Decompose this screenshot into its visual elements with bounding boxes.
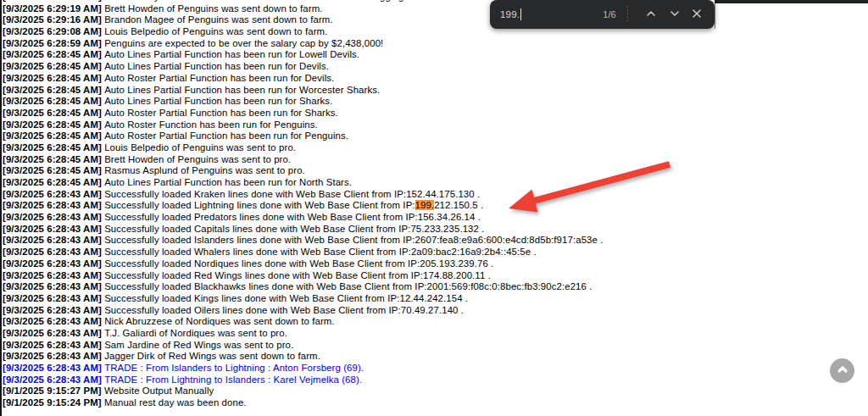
log-line: [9/3/2025 6:29:16 AM] Brandon Magee of P…: [3, 14, 863, 26]
log-timestamp: [9/3/2025 6:28:45 AM]: [3, 177, 104, 187]
log-message: TRADE : From Islanders to Lightning : An…: [104, 363, 364, 373]
log-message: 212.150.5 .: [434, 200, 483, 210]
log-message: Louis Belpedio of Penguins was sent to p…: [104, 142, 296, 153]
log-line: [9/3/2025 6:28:45 AM] Rasmus Asplund of …: [3, 165, 863, 177]
find-match-count: 1/6: [592, 0, 627, 29]
log-line: [9/3/2025 6:28:43 AM] Successfully loade…: [3, 258, 863, 270]
log-timestamp: [9/3/2025 6:28:45 AM]: [3, 165, 104, 175]
log-timestamp: [9/3/2025 6:28:45 AM]: [3, 130, 104, 141]
log-line: [9/3/2025 6:28:43 AM] T.J. Galiardi of N…: [3, 328, 863, 340]
log-timestamp: [9/3/2025 6:28:43 AM]: [3, 374, 104, 385]
log-line: [9/3/2025 6:28:43 AM] Nick Abruzzese of …: [3, 316, 863, 328]
log-message: Penguins are expected to be over the sal…: [104, 38, 383, 48]
log-message: Successfully loaded Red Wings lines done…: [104, 270, 491, 280]
find-close-button[interactable]: [687, 4, 707, 25]
chevron-down-icon: [670, 7, 680, 22]
log-line: [9/3/2025 6:28:45 AM] Louis Belpedio of …: [3, 142, 863, 154]
log-message: Auto Lines Partial Function has been run…: [104, 49, 359, 59]
log-message: Sam Jardine of Red Wings was sent to pro…: [104, 340, 293, 350]
log-line: [9/3/2025 6:29:19 AM] Brett Howden of Pe…: [3, 3, 863, 15]
log-timestamp: [9/3/2025 6:29:08 AM]: [3, 26, 104, 36]
log-message: Successfully loaded Predators lines done…: [104, 212, 481, 222]
log-message: Auto Roster Function has been run for Pe…: [104, 119, 318, 130]
log-timestamp: [9/3/2025 6:28:43 AM]: [3, 270, 104, 280]
log-line: [9/1/2025 9:15:24 PM] Manual rest day wa…: [3, 397, 863, 409]
log-line: [9/3/2025 6:28:43 AM] TRADE : From Light…: [3, 374, 863, 386]
log-message: Auto Roster Partial Function has been ru…: [104, 108, 338, 118]
log-line: [9/3/2025 6:28:43 AM] Successfully loade…: [3, 224, 863, 236]
find-input[interactable]: 199.: [500, 0, 600, 29]
page-left-border: [0, 0, 2, 416]
log-line: [9/3/2025 6:28:43 AM] Successfully loade…: [3, 270, 863, 282]
log-line: [9/3/2025 6:28:43 AM] Successfully loade…: [3, 189, 863, 201]
log-timestamp: [9/3/2025 6:28:45 AM]: [3, 119, 104, 130]
log-message: Auto Lines Partial Function has been run…: [104, 61, 329, 71]
log-message: TRADE : From Lightning to Islanders : Ka…: [104, 374, 362, 385]
log-timestamp: [9/3/2025 6:28:43 AM]: [3, 351, 104, 361]
log-message: Successfully loaded Blackhawks lines don…: [104, 281, 592, 291]
log-timestamp: [9/3/2025 6:29:19 AM]: [3, 3, 104, 14]
log-message: Auto Lines Partial Function has been run…: [104, 85, 380, 95]
chevron-up-icon: [646, 7, 656, 22]
log-line: [9/3/2025 6:28:45 AM] Auto Roster Partia…: [3, 73, 863, 85]
log-line: [9/3/2025 6:28:45 AM] Auto Lines Partial…: [3, 85, 863, 97]
log-output: [9/3/2025 6:29:22 AM] Successfully loade…: [3, 0, 863, 409]
text-caret: [520, 8, 521, 20]
log-message: Louis Belpedio of Penguins was sent down…: [104, 26, 327, 36]
log-timestamp: [9/3/2025 6:28:45 AM]: [3, 61, 104, 71]
log-line: [9/3/2025 6:29:08 AM] Louis Belpedio of …: [3, 26, 863, 38]
log-line: [9/1/2025 9:15:27 PM] Website Output Man…: [3, 385, 863, 397]
log-message: Auto Roster Partial Function has been ru…: [104, 73, 334, 83]
log-message: Successfully loaded Lightning lines done…: [104, 200, 415, 210]
log-message: T.J. Galiardi of Nordiques was sent to p…: [104, 328, 287, 338]
log-timestamp: [9/3/2025 6:28:43 AM]: [3, 340, 104, 350]
log-message: Brandon Magee of Penguins was sent down …: [104, 14, 332, 25]
log-line: [9/3/2025 6:28:43 AM] TRADE : From Islan…: [3, 363, 863, 374]
log-message: Auto Lines Partial Function has been run…: [104, 177, 352, 187]
log-line: [9/3/2025 6:28:43 AM] Successfully loade…: [3, 293, 863, 305]
log-message: Manual rest day was been done.: [104, 397, 247, 408]
log-timestamp: [9/3/2025 6:28:43 AM]: [3, 316, 104, 326]
log-timestamp: [9/3/2025 6:28:43 AM]: [3, 305, 104, 315]
find-previous-button[interactable]: [641, 4, 661, 25]
log-timestamp: [9/3/2025 6:28:43 AM]: [3, 189, 104, 199]
log-line: [9/3/2025 6:28:45 AM] Auto Lines Partial…: [3, 49, 863, 61]
log-line: [9/3/2025 6:28:43 AM] Successfully loade…: [3, 212, 863, 224]
log-message: Successfully loaded Capitals lines done …: [104, 224, 484, 234]
log-message: Auto Lines Partial Function has been run…: [104, 96, 332, 106]
log-timestamp: [9/3/2025 6:28:45 AM]: [3, 142, 104, 153]
log-message: Successfully loaded Oilers lines done wi…: [104, 305, 464, 315]
log-message: Auto Roster Partial Function has been ru…: [104, 130, 348, 141]
log-message: Jagger Dirk of Red Wings was sent down t…: [104, 351, 320, 361]
log-timestamp: [9/3/2025 6:29:16 AM]: [3, 14, 104, 25]
scroll-to-top-button[interactable]: [830, 358, 854, 383]
log-line: [9/3/2025 6:28:43 AM] Successfully loade…: [3, 235, 863, 247]
log-timestamp: [9/3/2025 6:28:43 AM]: [3, 328, 104, 338]
find-query-text: 199.: [500, 9, 520, 19]
log-line: [9/3/2025 6:28:59 AM] Penguins are expec…: [3, 38, 863, 50]
log-timestamp: [9/1/2025 9:15:27 PM]: [3, 385, 104, 396]
find-bar-divider: [627, 6, 628, 23]
log-timestamp: [9/3/2025 6:28:43 AM]: [3, 281, 104, 291]
log-line: [9/3/2025 6:28:43 AM] Successfully loade…: [3, 247, 863, 258]
log-message: Brett Howden of Penguins was sent to pro…: [104, 154, 291, 164]
log-timestamp: [9/3/2025 6:28:43 AM]: [3, 293, 104, 303]
log-timestamp: [9/3/2025 6:28:45 AM]: [3, 108, 104, 118]
log-message: Successfully loaded Nordiques lines done…: [104, 258, 493, 269]
find-next-button[interactable]: [665, 4, 685, 25]
log-message: Successfully loaded lines done with Web …: [104, 0, 449, 2]
log-line: [9/3/2025 6:28:45 AM] Brett Howden of Pe…: [3, 154, 863, 166]
log-line: [9/3/2025 6:28:45 AM] Auto Roster Functi…: [3, 119, 863, 131]
log-line: [9/3/2025 6:28:43 AM] Successfully loade…: [3, 305, 863, 317]
log-line: [9/3/2025 6:28:45 AM] Auto Roster Partia…: [3, 108, 863, 119]
log-timestamp: [9/3/2025 6:28:45 AM]: [3, 49, 104, 59]
log-timestamp: [9/3/2025 6:28:43 AM]: [3, 363, 104, 373]
log-line: [9/3/2025 6:28:45 AM] Auto Roster Partia…: [3, 130, 863, 142]
log-timestamp: [9/3/2025 6:29:22 AM]: [3, 0, 104, 2]
log-message: Successfully loaded Islanders lines done…: [104, 235, 603, 245]
close-icon: [692, 7, 702, 22]
log-timestamp: [9/3/2025 6:28:43 AM]: [3, 224, 104, 234]
log-timestamp: [9/3/2025 6:28:59 AM]: [3, 38, 104, 48]
log-message: Rasmus Asplund of Penguins was sent to p…: [104, 165, 305, 175]
log-timestamp: [9/1/2025 9:15:24 PM]: [3, 397, 104, 408]
